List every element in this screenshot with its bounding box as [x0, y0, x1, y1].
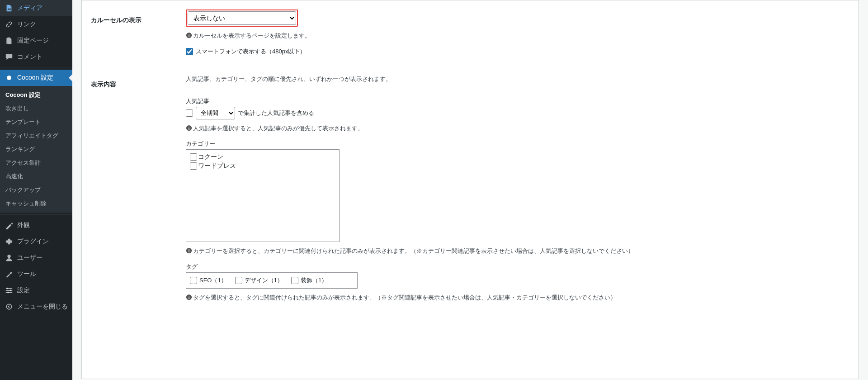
sidebar-item-label: ツール [17, 270, 36, 278]
row-display-content: 表示内容 人気記事、カテゴリー、タグの順に優先され、いずれか一つが表示されます。… [82, 62, 859, 309]
sidebar-item-label: 固定ページ [17, 37, 49, 45]
svg-text:i: i [189, 125, 190, 130]
sidebar-item-label: リンク [17, 20, 36, 28]
sidebar-item-設定[interactable]: 設定 [0, 282, 72, 299]
content-area: カルーセルの表示 表示しない i カルーセルを表示するページを設定します。 スマ… [72, 0, 868, 380]
sidebar-item-固定ページ[interactable]: 固定ページ [0, 33, 72, 49]
sidebar-item-label: 外観 [17, 221, 30, 229]
popular-period-select[interactable]: 全期間 [196, 107, 235, 119]
sidebar-item-label: ユーザー [17, 254, 42, 262]
svg-point-4 [10, 290, 12, 291]
admin-sidebar: メディアリンク固定ページコメント Cocoon 設定 Cocoon 設定吹き出し… [0, 0, 72, 380]
tag-item[interactable]: 装飾（1） [291, 276, 327, 285]
popular-period-suffix: で集計した人気記事を含める [238, 109, 314, 117]
media-icon [5, 4, 14, 13]
svg-text:i: i [189, 294, 190, 299]
sidebar-item-cocoon-settings[interactable]: Cocoon 設定 [0, 70, 72, 86]
submenu-item-バックアップ[interactable]: バックアップ [0, 183, 72, 197]
field-hint: i カルーセルを表示するページを設定します。 [186, 30, 849, 41]
tag-legend: タグ [186, 263, 849, 271]
sidebar-item-外観[interactable]: 外観 [0, 217, 72, 233]
svg-text:i: i [189, 33, 190, 38]
highlighted-select: 表示しない [186, 10, 298, 27]
field-label: カルーセルの表示 [91, 10, 181, 56]
sidebar-item-ツール[interactable]: ツール [0, 266, 72, 282]
users-icon [5, 253, 14, 262]
submenu-item-高速化[interactable]: 高速化 [0, 170, 72, 183]
sidebar-item-label: プラグイン [17, 238, 49, 246]
sidebar-item-プラグイン[interactable]: プラグイン [0, 233, 72, 250]
sidebar-item-label: コメント [17, 53, 42, 61]
sidebar-item-コメント[interactable]: コメント [0, 49, 72, 65]
category-item[interactable]: ワードプレス [190, 162, 335, 171]
settings-icon [5, 286, 14, 295]
category-legend: カテゴリー [186, 140, 849, 148]
info-icon: i [186, 124, 192, 130]
tag-select-box[interactable]: SEO（1）デザイン（1）装飾（1） [186, 272, 358, 289]
submenu-item-Cocoon 設定[interactable]: Cocoon 設定 [0, 88, 72, 102]
sidebar-item-label: メニューを閉じる [17, 303, 68, 311]
submenu-item-アフィリエイトタグ[interactable]: アフィリエイトタグ [0, 129, 72, 142]
page-icon [5, 36, 14, 45]
comment-icon [5, 52, 14, 62]
category-checkbox[interactable] [190, 162, 197, 170]
plugin-icon [5, 237, 14, 246]
info-icon: i [186, 293, 192, 299]
row-carousel-display: カルーセルの表示 表示しない i カルーセルを表示するページを設定します。 スマ… [82, 0, 859, 62]
category-checkbox[interactable] [190, 153, 197, 161]
tag-hint: i タグを選択すると、タグに関連付けられた記事のみが表示されます。（※タグ関連記… [186, 292, 849, 303]
sidebar-item-label: Cocoon 設定 [17, 74, 53, 82]
svg-point-6 [6, 304, 11, 309]
field-label: 表示内容 [91, 74, 181, 303]
popular-period-row: 全期間 で集計した人気記事を含める [186, 107, 849, 119]
info-icon: i [186, 31, 192, 38]
popular-hint: i 人気記事を選択すると、人気記事のみが優先して表示されます。 [186, 123, 849, 133]
sidebar-separator [0, 213, 72, 215]
tag-label: デザイン（1） [245, 276, 283, 285]
sidebar-item-label: 設定 [17, 286, 30, 294]
submenu-item-ランキング[interactable]: ランキング [0, 142, 72, 156]
sidebar-separator [0, 65, 72, 67]
field-intro: 人気記事、カテゴリー、タグの順に優先され、いずれか一つが表示されます。 [186, 74, 849, 84]
tag-label: 装飾（1） [301, 276, 327, 285]
sidebar-item-label: メディア [17, 4, 42, 12]
submenu-item-アクセス集計[interactable]: アクセス集計 [0, 156, 72, 170]
popular-include-checkbox[interactable] [186, 109, 193, 117]
settings-panel: カルーセルの表示 表示しない i カルーセルを表示するページを設定します。 スマ… [81, 0, 859, 379]
tag-item[interactable]: SEO（1） [190, 276, 227, 285]
category-select-box[interactable]: コクーンワードプレス [186, 149, 340, 242]
link-icon [5, 20, 14, 29]
tag-checkbox[interactable] [291, 277, 298, 284]
sidebar-item-リンク[interactable]: リンク [0, 16, 72, 33]
category-hint: i カテゴリーを選択すると、カテゴリーに関連付けられた記事のみが表示されます。（… [186, 246, 849, 256]
svg-text:i: i [189, 248, 190, 253]
submenu-item-キャッシュ削除[interactable]: キャッシュ削除 [0, 197, 72, 210]
category-label: コクーン [198, 153, 223, 161]
smartphone-display-input[interactable] [186, 48, 193, 55]
svg-point-5 [7, 292, 9, 294]
sidebar-item-ユーザー[interactable]: ユーザー [0, 250, 72, 266]
sidebar-item-メディア[interactable]: メディア [0, 0, 72, 16]
sidebar-submenu: Cocoon 設定吹き出しテンプレートアフィリエイトタグランキングアクセス集計高… [0, 86, 72, 213]
category-label: ワードプレス [198, 162, 236, 170]
popular-legend: 人気記事 [186, 97, 849, 105]
tag-label: SEO（1） [199, 276, 227, 285]
sidebar-collapse[interactable]: メニューを閉じる [0, 299, 72, 315]
tools-icon [5, 270, 14, 279]
tag-item[interactable]: デザイン（1） [235, 276, 283, 285]
category-item[interactable]: コクーン [190, 152, 335, 162]
submenu-item-テンプレート[interactable]: テンプレート [0, 115, 72, 129]
svg-point-3 [7, 288, 9, 290]
tag-checkbox[interactable] [235, 277, 242, 284]
submenu-item-吹き出し[interactable]: 吹き出し [0, 102, 72, 115]
carousel-display-select[interactable]: 表示しない [188, 11, 296, 25]
tag-checkbox[interactable] [190, 277, 197, 284]
smartphone-display-checkbox[interactable]: スマートフォンで表示する（480px以下） [186, 48, 849, 56]
cocoon-icon [5, 73, 14, 82]
appearance-icon [5, 221, 14, 230]
collapse-icon [5, 302, 14, 311]
info-icon: i [186, 247, 192, 253]
